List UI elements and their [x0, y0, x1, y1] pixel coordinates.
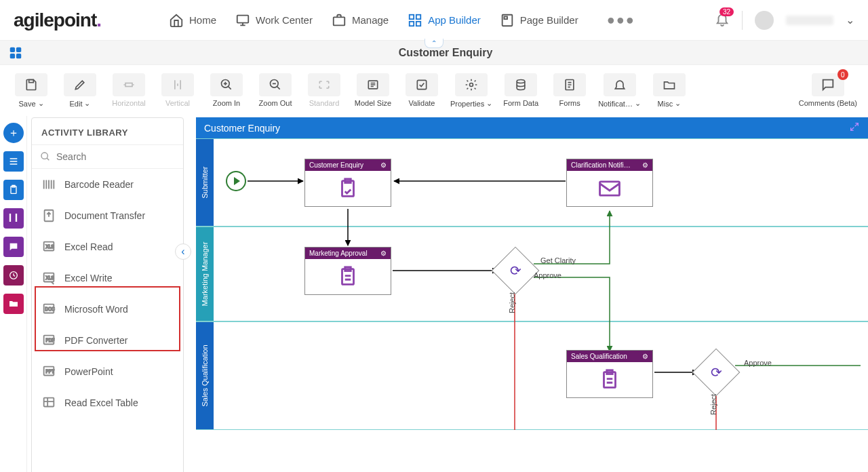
tool-model-size[interactable]: Model Size — [353, 73, 393, 107]
notification-badge: 32 — [719, 7, 734, 16]
tool-zoom-in[interactable]: Zoom In — [206, 73, 247, 107]
activity-sales-qualification[interactable]: Sales Qualification⚙ — [566, 350, 653, 398]
form-icon — [563, 78, 576, 92]
svg-text:PPT: PPT — [45, 369, 54, 374]
activity-read-excel-table[interactable]: Read Excel Table — [32, 387, 183, 418]
rail-clipboard[interactable] — [3, 180, 24, 200]
tool-horizontal[interactable]: Horizontal — [108, 73, 149, 107]
standard-icon — [317, 78, 331, 92]
rail-clock[interactable] — [3, 265, 24, 286]
activity-microsoft-word[interactable]: DOC Microsoft Word — [32, 294, 183, 325]
rail-chat[interactable] — [3, 237, 24, 257]
tool-validate[interactable]: Validate — [401, 73, 442, 107]
search-input[interactable] — [56, 151, 175, 162]
toolbar: Save ⌄ Edit ⌄ Horizontal Vertical Zoom I… — [0, 65, 868, 116]
svg-rect-5 — [416, 21, 420, 25]
comment-icon — [821, 77, 835, 92]
canvas-header: Customer Enquiry — [196, 117, 868, 138]
gear-icon[interactable]: ⚙ — [380, 161, 387, 169]
svg-rect-0 — [237, 15, 249, 22]
tool-save[interactable]: Save ⌄ — [11, 73, 52, 108]
activity-customer-enquiry[interactable]: Customer Enquiry⚙ — [304, 159, 391, 207]
edge-reject2: Reject — [709, 394, 717, 415]
svg-rect-36 — [44, 398, 54, 407]
activity-barcode-reader[interactable]: Barcode Reader — [32, 169, 183, 200]
collapse-sidebar[interactable]: ‹ — [175, 243, 191, 260]
nav-work-center[interactable]: Work Center — [235, 13, 313, 28]
top-navigation: agilepoint. Home Work Center Manage App … — [0, 0, 868, 41]
process-canvas-wrapper: Customer Enquiry Submitter Marketing Man… — [188, 116, 868, 472]
svg-rect-4 — [410, 21, 414, 25]
save-icon — [24, 78, 38, 92]
svg-rect-17 — [417, 80, 426, 89]
nav-app-builder[interactable]: App Builder — [408, 13, 481, 28]
sidebar-search[interactable] — [32, 144, 183, 169]
svg-text:XLS: XLS — [45, 244, 54, 249]
start-event[interactable] — [226, 171, 246, 191]
zoom-out-icon — [269, 78, 282, 92]
validate-icon — [415, 78, 429, 92]
clipboard-icon — [598, 368, 621, 391]
gear-icon[interactable]: ⚙ — [380, 250, 387, 257]
excel-write-icon: XLS — [41, 271, 56, 286]
activity-document-transfer[interactable]: Document Transfer — [32, 200, 183, 231]
vertical-icon — [171, 78, 184, 92]
avatar[interactable] — [755, 11, 774, 30]
activity-marketing-approval[interactable]: Marketing Approval⚙ — [304, 247, 391, 295]
tool-comments[interactable]: 0 Comments (Beta) — [799, 73, 857, 107]
svg-rect-7 — [504, 16, 507, 19]
tool-forms[interactable]: Forms — [549, 73, 590, 107]
rail-add[interactable]: ＋ — [3, 123, 24, 143]
activity-library: ACTIVITY LIBRARY Barcode Reader Document… — [31, 117, 184, 472]
apps-icon — [408, 13, 422, 28]
tool-notifications[interactable]: Notificat… ⌄ — [598, 73, 641, 108]
tool-zoom-out[interactable]: Zoom Out — [255, 73, 296, 107]
svg-rect-12 — [29, 80, 34, 83]
svg-rect-3 — [416, 14, 420, 18]
activity-excel-write[interactable]: XLS Excel Write — [32, 262, 183, 294]
barcode-icon — [41, 177, 56, 192]
svg-rect-1 — [334, 17, 345, 25]
bell-icon — [613, 78, 627, 92]
rail-activities[interactable] — [3, 151, 24, 172]
activity-powerpoint[interactable]: PPT PowerPoint — [32, 356, 183, 387]
tool-standard[interactable]: Standard — [304, 73, 344, 107]
activity-pdf-converter[interactable]: PDF PDF Converter — [32, 325, 183, 356]
process-canvas[interactable]: Submitter Marketing Manager Sales Qualif… — [196, 138, 868, 450]
tool-properties[interactable]: Properties ⌄ — [450, 73, 492, 108]
svg-text:XLS: XLS — [45, 275, 54, 280]
swimlane-submitter[interactable]: Submitter — [196, 138, 868, 227]
user-menu-toggle[interactable]: ⌄ — [846, 14, 854, 26]
svg-text:PDF: PDF — [45, 338, 54, 342]
zoom-in-icon — [220, 78, 233, 92]
activity-excel-read[interactable]: XLS Excel Read — [32, 231, 183, 262]
gear-icon[interactable]: ⚙ — [642, 353, 648, 360]
svg-point-24 — [41, 153, 47, 159]
folder-icon — [663, 78, 676, 92]
word-icon: DOC — [41, 302, 56, 317]
home-icon — [169, 13, 184, 28]
nav-manage[interactable]: Manage — [332, 13, 389, 28]
monitor-icon — [235, 13, 250, 28]
expand-canvas[interactable] — [849, 121, 860, 134]
gear-icon[interactable]: ⚙ — [642, 161, 648, 169]
tool-form-data[interactable]: Form Data — [500, 73, 541, 107]
grid-icon[interactable] — [8, 45, 23, 60]
horizontal-icon — [122, 78, 136, 92]
rail-text[interactable]: I I — [3, 208, 24, 229]
swimlane-sales[interactable]: Sales Qualification — [196, 321, 868, 430]
collapse-topnav[interactable]: ⌃ — [425, 39, 443, 48]
tool-edit[interactable]: Edit ⌄ — [60, 73, 100, 108]
activity-clarification[interactable]: Clarification Notifi…⚙ — [566, 159, 653, 207]
nav-more[interactable]: ●●● — [607, 12, 635, 28]
rail-folder[interactable] — [3, 294, 24, 314]
notifications-button[interactable]: 32 — [715, 12, 730, 29]
svg-rect-10 — [10, 53, 15, 58]
nav-page-builder[interactable]: Page Builder — [500, 13, 578, 28]
nav-home[interactable]: Home — [169, 13, 216, 28]
left-rail: ＋ I I — [0, 116, 27, 472]
tool-misc[interactable]: Misc ⌄ — [649, 73, 690, 108]
comments-badge: 0 — [837, 69, 848, 80]
tool-vertical[interactable]: Vertical — [157, 73, 198, 107]
briefcase-icon — [332, 13, 347, 28]
